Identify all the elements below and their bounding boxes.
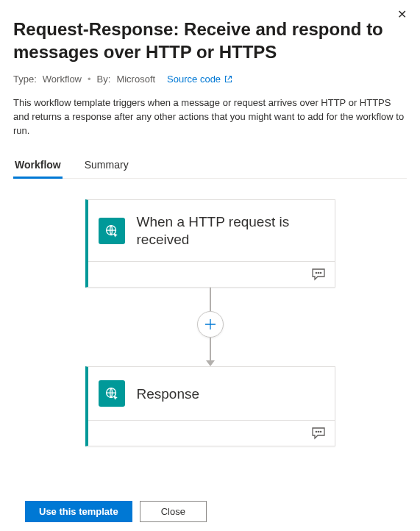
workflow-canvas: When a HTTP request is received xyxy=(13,199,407,447)
svg-point-7 xyxy=(320,432,321,432)
trigger-node-header: When a HTTP request is received xyxy=(88,200,335,262)
by-value: Microsoft xyxy=(116,74,155,85)
source-code-label: Source code xyxy=(167,74,221,85)
close-icon[interactable]: ✕ xyxy=(394,6,410,24)
svg-point-3 xyxy=(320,273,321,274)
response-node-footer xyxy=(88,420,335,446)
trigger-node-footer xyxy=(88,261,335,287)
meta-row: Type: Workflow • By: Microsoft Source co… xyxy=(13,74,407,85)
external-link-icon xyxy=(224,74,233,84)
panel-content: Request-Response: Receive and respond to… xyxy=(0,0,420,446)
connector xyxy=(197,288,224,366)
response-node-header: Response xyxy=(88,367,335,420)
plus-icon xyxy=(204,318,217,331)
template-description: This workflow template triggers when a m… xyxy=(13,96,407,138)
comment-icon[interactable] xyxy=(311,427,326,440)
source-code-link[interactable]: Source code xyxy=(167,74,233,85)
http-globe-icon xyxy=(99,218,125,244)
add-step-button[interactable] xyxy=(197,311,224,338)
footer-bar: Use this template Close xyxy=(0,501,420,522)
use-template-button[interactable]: Use this template xyxy=(25,501,132,522)
svg-point-6 xyxy=(318,432,318,432)
response-node[interactable]: Response xyxy=(85,366,335,446)
response-node-title: Response xyxy=(137,385,200,403)
page-title: Request-Response: Receive and respond to… xyxy=(13,18,407,63)
by-label: By: xyxy=(97,74,111,85)
connector-line xyxy=(210,338,211,361)
svg-point-2 xyxy=(318,273,318,274)
trigger-node-title: When a HTTP request is received xyxy=(137,213,320,249)
connector-line xyxy=(210,288,211,311)
tab-summary[interactable]: Summary xyxy=(83,153,130,178)
comment-icon[interactable] xyxy=(311,268,326,281)
type-label: Type: xyxy=(13,74,37,85)
close-button[interactable]: Close xyxy=(140,501,207,522)
arrow-down-icon xyxy=(206,360,215,366)
separator-dot: • xyxy=(88,74,91,85)
type-value: Workflow xyxy=(43,74,82,85)
svg-point-5 xyxy=(316,432,316,432)
trigger-node[interactable]: When a HTTP request is received xyxy=(85,199,335,288)
tabs: Workflow Summary xyxy=(13,153,407,179)
tab-workflow[interactable]: Workflow xyxy=(13,153,63,178)
svg-point-1 xyxy=(316,273,316,274)
http-globe-icon xyxy=(99,380,125,407)
